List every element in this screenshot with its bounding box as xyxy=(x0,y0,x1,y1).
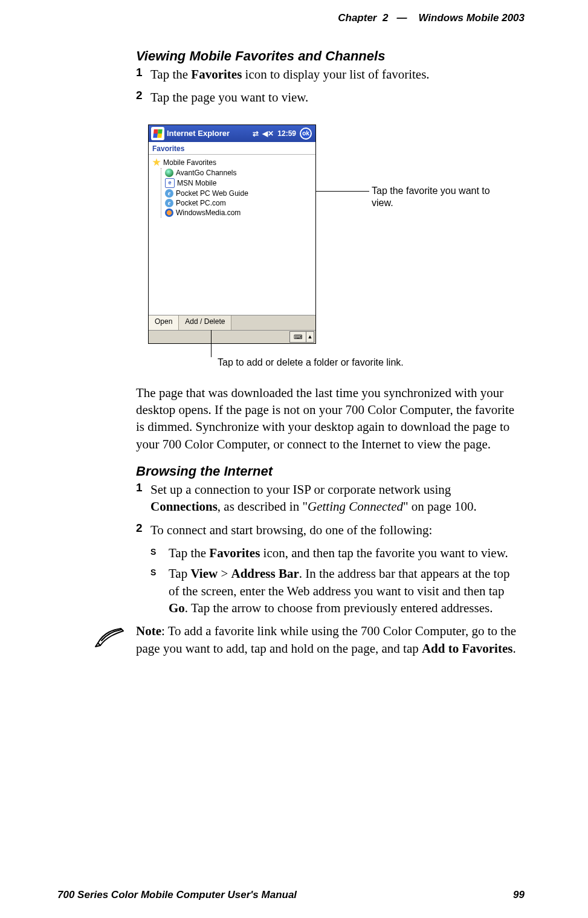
heading-browsing-internet: Browsing the Internet xyxy=(136,464,523,479)
sip-keyboard-button[interactable]: ⌨ xyxy=(289,331,306,343)
callout-line xyxy=(211,330,212,357)
viewing-step-1: 1 Tap the Favorites icon to display your… xyxy=(136,66,523,83)
browsing-bullet-1: S Tap the Favorites icon, and then tap t… xyxy=(150,545,523,561)
windows-flag-icon xyxy=(153,129,162,138)
tree-children: AvantGo Channels e MSN Mobile Pocket PC … xyxy=(161,168,315,218)
ok-button[interactable]: ok xyxy=(300,128,312,140)
bottom-bar: ⌨ ▲ xyxy=(149,330,315,343)
browsing-bullet-2: S Tap View > Address Bar. In the address… xyxy=(150,565,523,616)
bullet-marker: S xyxy=(150,545,169,557)
step-number: 1 xyxy=(136,481,150,494)
figure-favorites-screenshot: Internet Explorer ⇄ ◀✕ 12:59 ok Favorite… xyxy=(148,124,523,354)
step-text: Tap the Favorites icon to display your l… xyxy=(150,66,523,83)
window-title: Internet Explorer xyxy=(167,129,253,138)
tab-bar: Open Add / Delete xyxy=(149,315,315,330)
heading-viewing-favorites: Viewing Mobile Favorites and Channels xyxy=(136,48,523,64)
start-icon[interactable] xyxy=(151,127,164,140)
clock-text: 12:59 xyxy=(277,129,296,138)
step-text: Tap the page you want to view. xyxy=(150,89,523,106)
note-icon xyxy=(82,622,136,651)
tab-open[interactable]: Open xyxy=(149,315,179,330)
globe-icon xyxy=(165,169,173,177)
favorites-tree: Mobile Favorites AvantGo Channels e MSN … xyxy=(149,155,315,218)
step-text: Set up a connection to your ISP or corpo… xyxy=(150,481,523,516)
pocket-pc-window: Internet Explorer ⇄ ◀✕ 12:59 ok Favorite… xyxy=(148,124,316,344)
bullet-text: Tap View > Address Bar. In the address b… xyxy=(169,565,523,616)
bullet-text: Tap the Favorites icon, and then tap the… xyxy=(169,545,523,561)
chapter-number: 2 xyxy=(383,12,388,24)
page-footer: 700 Series Color Mobile Computer User's … xyxy=(0,889,588,901)
favorites-label: Favorites xyxy=(149,142,315,155)
header-dash: — xyxy=(397,12,407,24)
chapter-label: Chapter xyxy=(338,12,376,24)
footer-manual-title: 700 Series Color Mobile Computer User's … xyxy=(57,889,297,901)
connectivity-icon[interactable]: ⇄ xyxy=(253,129,259,138)
ie-icon xyxy=(165,199,173,207)
tree-root[interactable]: Mobile Favorites xyxy=(152,158,315,167)
pencil-note-icon xyxy=(93,625,124,649)
titlebar: Internet Explorer ⇄ ◀✕ 12:59 ok xyxy=(149,125,315,142)
tree-root-label: Mobile Favorites xyxy=(163,158,216,167)
step-text: To connect and start browsing, do one of… xyxy=(150,522,523,538)
star-icon xyxy=(152,158,161,167)
callout-favorite-tap: Tap the favorite you want to view. xyxy=(372,185,511,209)
favorite-item-webguide[interactable]: Pocket PC Web Guide xyxy=(165,189,315,198)
manual-page: Chapter 2 — Windows Mobile 2003 Viewing … xyxy=(0,0,588,918)
callout-line xyxy=(316,191,369,192)
callout-add-delete: Tap to add or delete a folder or favorit… xyxy=(218,357,404,368)
favorite-item-avantgo[interactable]: AvantGo Channels xyxy=(165,168,315,178)
browsing-step-2: 2 To connect and start browsing, do one … xyxy=(136,522,523,538)
page-icon: e xyxy=(165,178,175,188)
favorite-item-msn[interactable]: e MSN Mobile xyxy=(165,178,315,189)
step-number: 2 xyxy=(136,522,150,535)
running-header: Chapter 2 — Windows Mobile 2003 xyxy=(338,12,525,24)
header-title: Windows Mobile 2003 xyxy=(418,12,525,24)
step-number: 2 xyxy=(136,89,150,102)
viewing-followup-paragraph: The page that was downloaded the last ti… xyxy=(136,384,523,453)
titlebar-status: ⇄ ◀✕ 12:59 ok xyxy=(253,128,314,140)
media-icon xyxy=(165,208,173,217)
ie-icon xyxy=(165,189,173,198)
note-text: Note: To add a favorite link while using… xyxy=(136,622,523,657)
favorite-item-ppccom[interactable]: Pocket PC.com xyxy=(165,198,315,208)
speaker-icon[interactable]: ◀✕ xyxy=(262,129,274,138)
footer-page-number: 99 xyxy=(513,889,525,901)
sip-arrow-button[interactable]: ▲ xyxy=(306,331,314,343)
step-number: 1 xyxy=(136,66,150,79)
bullet-marker: S xyxy=(150,565,169,577)
note-block: Note: To add a favorite link while using… xyxy=(82,622,523,657)
viewing-step-2: 2 Tap the page you want to view. xyxy=(136,89,523,106)
tab-add-delete[interactable]: Add / Delete xyxy=(179,315,231,330)
browsing-step-1: 1 Set up a connection to your ISP or cor… xyxy=(136,481,523,516)
favorite-item-windowsmedia[interactable]: WindowsMedia.com xyxy=(165,208,315,218)
main-column: Viewing Mobile Favorites and Channels 1 … xyxy=(136,48,523,657)
